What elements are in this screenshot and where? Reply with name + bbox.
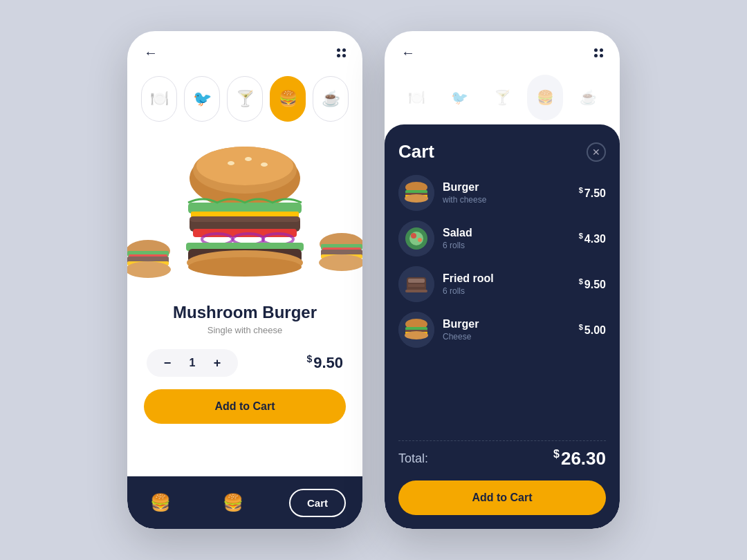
product-description: Single with cheese — [144, 325, 346, 335]
right-cat-drinks[interactable]: 🍸 — [484, 75, 520, 120]
side-burger-right — [314, 227, 362, 282]
cart-item-thumb-3 — [398, 266, 434, 302]
category-tab-chicken[interactable]: 🐦 — [184, 76, 220, 122]
svg-point-39 — [411, 233, 416, 239]
cart-item: Burger with cheese $7.50 — [398, 175, 606, 211]
cart-item-name-1: Burger — [443, 181, 571, 194]
cart-item-sub-3: 6 rolls — [443, 286, 571, 296]
svg-point-5 — [127, 261, 171, 278]
cart-item: Salad 6 rolls $4.30 — [398, 221, 606, 256]
left-header: ← — [127, 31, 362, 68]
total-amount: $26.30 — [553, 448, 606, 469]
cart-item-name-4: Burger — [443, 318, 571, 330]
total-dollar-sign: $ — [553, 448, 560, 460]
cart-item-info-1: Burger with cheese — [443, 181, 571, 205]
category-tab-burger[interactable]: 🍔 — [270, 76, 306, 122]
right-category-tabs: 🍽️ 🐦 🍸 🍔 ☕ — [385, 68, 620, 124]
right-cat-coffee[interactable]: ☕ — [570, 75, 606, 120]
cart-item-sub-4: Cheese — [443, 332, 571, 342]
category-tabs: 🍽️ 🐦 🍸 🍔 ☕ — [127, 68, 362, 130]
total-value: 26.30 — [561, 448, 606, 469]
add-to-cart-button[interactable]: Add to Cart — [144, 389, 346, 424]
cart-item-sub-1: with cheese — [443, 195, 571, 205]
cart-title: Cart — [398, 141, 434, 162]
right-cat-food[interactable]: 🍽️ — [398, 75, 434, 120]
increase-quantity-button[interactable]: + — [209, 355, 225, 371]
price-value: 9.50 — [313, 355, 343, 372]
right-cat-burger[interactable]: 🍔 — [527, 75, 563, 120]
svg-point-51 — [405, 331, 428, 339]
cart-item: Fried rool 6 rolls $9.50 — [398, 266, 606, 302]
svg-point-11 — [261, 162, 268, 167]
quantity-control: − 1 + — [147, 349, 238, 377]
cart-nav-button[interactable]: Cart — [289, 489, 346, 517]
quantity-price-row: − 1 + $9.50 — [127, 339, 362, 386]
cart-item-sub-2: 6 rolls — [443, 241, 571, 250]
bottom-navigation: 🍔 🍔 Cart — [127, 476, 362, 529]
cart-add-to-cart-button[interactable]: Add to Cart — [398, 480, 606, 515]
cart-item-thumb-4 — [398, 312, 434, 348]
category-tab-drinks[interactable]: 🍸 — [227, 76, 263, 122]
svg-rect-15 — [190, 216, 300, 222]
back-button[interactable]: ← — [144, 45, 158, 61]
cart-total-row: Total: $26.30 — [398, 448, 606, 469]
decrease-quantity-button[interactable]: − — [159, 355, 176, 371]
right-phone: ← 🍽️ 🐦 🍸 🍔 ☕ Cart ✕ — [385, 31, 620, 529]
total-label: Total: — [398, 451, 428, 466]
svg-point-35 — [405, 194, 428, 203]
svg-point-40 — [418, 238, 422, 242]
cart-header: Cart ✕ — [398, 141, 606, 162]
category-tab-coffee[interactable]: ☕ — [313, 76, 349, 122]
cart-item: Burger Cheese $5.00 — [398, 312, 606, 348]
svg-point-8 — [196, 147, 293, 185]
svg-rect-45 — [405, 290, 427, 292]
cart-item-name-3: Fried rool — [443, 272, 571, 285]
right-cat-chicken[interactable]: 🐦 — [441, 75, 477, 120]
product-info: Mushroom Burger Single with cheese — [127, 296, 362, 339]
right-header: ← — [385, 31, 620, 68]
nav-thumb-2[interactable]: 🍔 — [216, 486, 250, 519]
category-tab-food[interactable]: 🍽️ — [141, 76, 177, 122]
svg-rect-44 — [408, 284, 425, 287]
cart-item-info-2: Salad 6 rolls — [443, 227, 571, 250]
product-name: Mushroom Burger — [144, 303, 346, 322]
hero-area — [127, 130, 362, 296]
main-burger-image — [169, 137, 321, 289]
cart-item-info-3: Fried rool 6 rolls — [443, 272, 571, 296]
price-dollar-sign: $ — [306, 353, 312, 364]
nav-thumb-1[interactable]: 🍔 — [144, 486, 177, 519]
cart-item-info-4: Burger Cheese — [443, 318, 571, 342]
left-phone: ← 🍽️ 🐦 🍸 🍔 ☕ — [127, 31, 362, 529]
product-price: $9.50 — [306, 353, 343, 372]
cart-divider — [398, 440, 606, 441]
cart-item-price-3: $9.50 — [579, 277, 606, 291]
right-back-button[interactable]: ← — [401, 45, 415, 61]
svg-point-10 — [245, 157, 252, 161]
cart-item-name-2: Salad — [443, 227, 571, 239]
right-menu-dots-button[interactable] — [594, 48, 603, 57]
cart-item-price-1: $7.50 — [579, 186, 606, 200]
cart-item-thumb-2 — [398, 221, 434, 256]
cart-items-list: Burger with cheese $7.50 — [398, 175, 606, 433]
svg-point-9 — [228, 161, 234, 165]
cart-item-price-2: $4.30 — [579, 232, 606, 245]
cart-close-button[interactable]: ✕ — [587, 142, 606, 162]
svg-point-23 — [188, 257, 302, 277]
cart-item-thumb-1 — [398, 175, 434, 211]
svg-point-29 — [319, 254, 362, 271]
quantity-value: 1 — [185, 357, 199, 369]
cart-item-price-4: $5.00 — [579, 323, 606, 337]
svg-rect-43 — [408, 279, 425, 283]
menu-dots-button[interactable] — [337, 48, 346, 57]
cart-panel: Cart ✕ Burger with che — [385, 124, 620, 529]
